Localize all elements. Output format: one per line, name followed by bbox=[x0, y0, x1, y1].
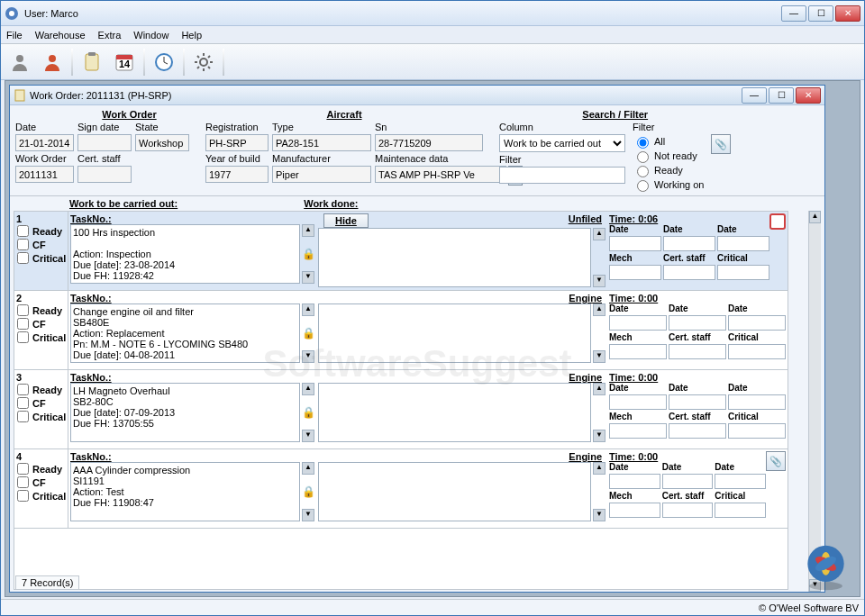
person-red-icon[interactable] bbox=[37, 47, 68, 77]
task-scroll-down[interactable]: ▼ bbox=[302, 509, 314, 521]
task-row[interactable]: 3 Ready CF Critical TaskNo.: LH Magneto … bbox=[14, 370, 788, 449]
menu-extra[interactable]: Extra bbox=[98, 30, 122, 41]
workorder-field[interactable] bbox=[15, 166, 74, 183]
clipboard-icon[interactable] bbox=[77, 47, 107, 77]
scroll-up-button[interactable]: ▲ bbox=[809, 211, 821, 223]
task-text[interactable]: Change engine oil and filter SB480E Acti… bbox=[70, 303, 300, 363]
radio-working[interactable]: Working on bbox=[633, 177, 704, 192]
task-scroll-up[interactable]: ▲ bbox=[302, 383, 314, 395]
critical-input[interactable] bbox=[715, 503, 766, 518]
date-input-2[interactable] bbox=[669, 394, 726, 410]
task-text[interactable]: AAA Cylinder compression SI1191 Action: … bbox=[70, 462, 300, 521]
mech-input[interactable] bbox=[609, 503, 660, 518]
wd-scroll-up[interactable]: ▲ bbox=[593, 228, 606, 240]
task-row[interactable]: 4 Ready CF Critical TaskNo.: AAA Cylinde… bbox=[14, 449, 788, 529]
workdone-text[interactable] bbox=[318, 383, 591, 442]
menu-window[interactable]: Window bbox=[133, 30, 168, 41]
critical-checkbox[interactable]: Critical bbox=[16, 410, 66, 423]
ready-checkbox[interactable]: Ready bbox=[16, 224, 66, 238]
cf-checkbox[interactable]: CF bbox=[16, 476, 66, 489]
critical-input[interactable] bbox=[728, 423, 786, 439]
date-input-2[interactable] bbox=[662, 474, 714, 489]
date-input-3[interactable] bbox=[728, 315, 786, 331]
date-input-1[interactable] bbox=[609, 315, 667, 331]
column-select[interactable]: Work to be carried out bbox=[499, 134, 625, 152]
date-input-2[interactable] bbox=[669, 315, 726, 331]
header-attach-button[interactable]: 📎 bbox=[711, 134, 731, 154]
certstaff-input[interactable] bbox=[662, 503, 714, 518]
radio-ready[interactable]: Ready bbox=[633, 163, 704, 177]
task-row[interactable]: 1 Ready CF Critical TaskNo.: 100 Hrs ins… bbox=[14, 212, 788, 291]
mech-input[interactable] bbox=[609, 423, 667, 439]
type-field[interactable] bbox=[272, 134, 371, 151]
signdate-field[interactable] bbox=[77, 134, 132, 151]
critical-checkbox[interactable]: Critical bbox=[16, 251, 66, 265]
row-attach-button[interactable]: 📎 bbox=[766, 451, 786, 471]
cf-checkbox[interactable]: CF bbox=[16, 317, 66, 331]
wd-scroll-down[interactable]: ▼ bbox=[593, 430, 606, 442]
clock-icon[interactable] bbox=[149, 47, 179, 77]
mech-input[interactable] bbox=[609, 344, 667, 359]
minimize-button[interactable]: — bbox=[781, 5, 806, 22]
date-input-1[interactable] bbox=[609, 474, 660, 489]
cf-checkbox[interactable]: CF bbox=[16, 396, 66, 410]
close-button[interactable]: ✕ bbox=[835, 5, 860, 22]
task-text[interactable]: 100 Hrs inspection Action: Inspection Du… bbox=[70, 224, 300, 284]
workdone-text[interactable] bbox=[318, 462, 591, 521]
certstaff-input[interactable] bbox=[663, 265, 715, 280]
wd-scroll-down[interactable]: ▼ bbox=[593, 509, 606, 521]
ready-checkbox[interactable]: Ready bbox=[16, 462, 66, 476]
calendar-icon[interactable]: 14 bbox=[109, 47, 140, 77]
workdone-text[interactable] bbox=[318, 228, 591, 287]
menu-help[interactable]: Help bbox=[181, 30, 202, 41]
cf-checkbox[interactable]: CF bbox=[16, 238, 66, 251]
gear-icon[interactable] bbox=[188, 47, 219, 77]
sn-field[interactable] bbox=[375, 134, 483, 151]
ready-checkbox[interactable]: Ready bbox=[16, 303, 66, 317]
ready-checkbox[interactable]: Ready bbox=[16, 383, 66, 396]
certstaff-input[interactable] bbox=[669, 344, 726, 359]
inner-minimize-button[interactable]: — bbox=[742, 87, 767, 104]
task-scroll-down[interactable]: ▼ bbox=[302, 350, 314, 363]
task-scroll-up[interactable]: ▲ bbox=[302, 303, 314, 316]
date-input-3[interactable] bbox=[717, 236, 769, 251]
yob-field[interactable] bbox=[205, 166, 269, 183]
inner-close-button[interactable]: ✕ bbox=[796, 87, 821, 104]
manufacturer-field[interactable] bbox=[272, 166, 371, 183]
critical-checkbox[interactable]: Critical bbox=[16, 489, 66, 503]
task-text[interactable]: LH Magneto Overhaul SB2-80C Due [date]: … bbox=[70, 383, 300, 442]
wd-scroll-up[interactable]: ▲ bbox=[593, 462, 606, 475]
wd-scroll-up[interactable]: ▲ bbox=[593, 303, 606, 316]
certstaff-input[interactable] bbox=[669, 423, 726, 439]
hide-button[interactable]: Hide bbox=[323, 213, 369, 228]
task-scroll-down[interactable]: ▼ bbox=[302, 271, 314, 284]
wd-scroll-up[interactable]: ▲ bbox=[593, 383, 606, 395]
radio-notready[interactable]: Not ready bbox=[633, 149, 704, 163]
critical-input[interactable] bbox=[717, 265, 769, 280]
task-scroll-up[interactable]: ▲ bbox=[302, 462, 314, 475]
mech-input[interactable] bbox=[609, 265, 661, 280]
date-input-3[interactable] bbox=[728, 394, 786, 410]
wd-scroll-down[interactable]: ▼ bbox=[593, 350, 606, 363]
state-field[interactable] bbox=[135, 134, 189, 151]
inner-maximize-button[interactable]: ☐ bbox=[769, 87, 794, 104]
radio-all[interactable]: All bbox=[633, 134, 704, 149]
workdone-text[interactable] bbox=[318, 303, 591, 363]
wd-scroll-down[interactable]: ▼ bbox=[593, 275, 606, 287]
date-input-3[interactable] bbox=[715, 474, 766, 489]
task-scroll-up[interactable]: ▲ bbox=[302, 224, 314, 237]
task-scroll-down[interactable]: ▼ bbox=[302, 430, 314, 442]
date-field[interactable] bbox=[15, 134, 74, 151]
critical-checkbox[interactable]: Critical bbox=[16, 331, 66, 344]
filter-input[interactable] bbox=[499, 167, 625, 184]
registration-field[interactable] bbox=[205, 134, 269, 151]
maint-field[interactable] bbox=[375, 166, 506, 183]
certstaff-field[interactable] bbox=[77, 166, 132, 183]
person-icon[interactable] bbox=[5, 47, 35, 77]
task-row[interactable]: 2 Ready CF Critical TaskNo.: Change engi… bbox=[14, 291, 788, 370]
date-input-1[interactable] bbox=[609, 394, 667, 410]
date-input-1[interactable] bbox=[609, 236, 661, 251]
menu-warehouse[interactable]: Warehouse bbox=[35, 30, 86, 41]
date-input-2[interactable] bbox=[663, 236, 715, 251]
menu-file[interactable]: File bbox=[6, 30, 23, 41]
